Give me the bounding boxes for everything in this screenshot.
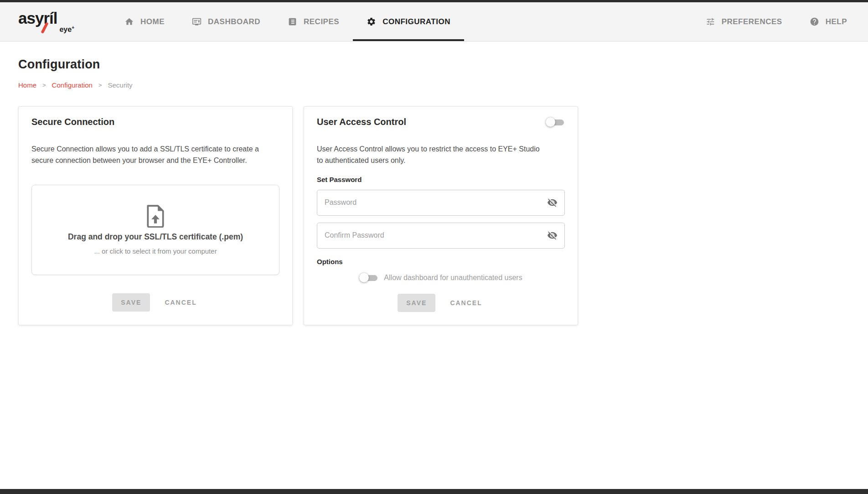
confirm-password-input[interactable] [317, 223, 565, 249]
secure-connection-save-button[interactable]: SAVE [112, 293, 150, 312]
dropzone-main-text: Drag and drop your SSL/TLS certificate (… [68, 232, 243, 242]
secure-connection-cancel-button[interactable]: CANCEL [163, 293, 198, 312]
confirm-password-field-wrap [317, 223, 565, 249]
set-password-label: Set Password [317, 176, 565, 183]
confirm-password-visibility-button[interactable] [545, 229, 559, 243]
app-header: asyríl eye+ HOME DASHBOARD RECIPES CONFI… [0, 2, 868, 42]
allow-dashboard-option-row: Allow dashboard for unauthenticated user… [317, 273, 565, 283]
options-label: Options [317, 258, 565, 265]
help-icon [810, 17, 819, 26]
recipes-icon [288, 17, 297, 26]
toggle-knob [359, 273, 369, 282]
bottom-bar [0, 489, 868, 494]
user-access-control-save-button[interactable]: SAVE [398, 294, 435, 312]
secure-connection-actions: SAVE CANCEL [31, 293, 279, 312]
preferences-label: PREFERENCES [722, 17, 782, 26]
tab-dashboard[interactable]: DASHBOARD [178, 2, 274, 41]
tab-dashboard-label: DASHBOARD [208, 17, 260, 26]
password-field-wrap [317, 190, 565, 216]
breadcrumb-configuration[interactable]: Configuration [52, 81, 93, 89]
tab-recipes[interactable]: RECIPES [274, 2, 353, 41]
secure-connection-description: Secure Connection allows you to add a SS… [31, 144, 278, 166]
tab-home-label: HOME [140, 17, 165, 26]
gear-icon [367, 17, 376, 26]
user-access-control-toggle[interactable] [546, 117, 565, 127]
breadcrumb-separator: > [98, 82, 102, 88]
preferences-icon [706, 17, 715, 26]
tab-configuration[interactable]: CONFIGURATION [353, 2, 464, 41]
dashboard-icon [192, 17, 202, 26]
help-label: HELP [826, 17, 847, 26]
asyril-logo: asyríl eye+ [18, 10, 75, 33]
breadcrumb: Home > Configuration > Security [18, 81, 850, 89]
eye-off-icon [547, 230, 558, 241]
breadcrumb-security: Security [108, 81, 132, 89]
password-input[interactable] [317, 190, 565, 216]
breadcrumb-separator: > [42, 82, 46, 88]
cards-row: Secure Connection Secure Connection allo… [18, 106, 850, 325]
tab-configuration-label: CONFIGURATION [382, 17, 450, 26]
home-icon [124, 17, 134, 26]
user-access-control-title: User Access Control [317, 117, 406, 127]
dropzone-sub-text: ... or click to select it from your comp… [94, 247, 217, 255]
header-right-navigation: PREFERENCES HELP [692, 2, 861, 41]
main-navigation: HOME DASHBOARD RECIPES CONFIGURATION [111, 2, 464, 41]
certificate-dropzone[interactable]: Drag and drop your SSL/TLS certificate (… [31, 185, 279, 275]
user-access-control-card: User Access Control User Access Control … [304, 106, 578, 325]
file-upload-icon [146, 205, 165, 228]
breadcrumb-home[interactable]: Home [18, 81, 36, 89]
user-access-control-description: User Access Control allows you to restri… [317, 144, 545, 166]
toggle-knob [546, 117, 555, 127]
password-visibility-button[interactable] [545, 196, 559, 210]
user-access-control-cancel-button[interactable]: CANCEL [448, 294, 484, 312]
configuration-page: Configuration Home > Configuration > Sec… [0, 57, 868, 325]
allow-dashboard-toggle-label: Allow dashboard for unauthenticated user… [384, 274, 522, 282]
help-button[interactable]: HELP [796, 2, 861, 41]
preferences-button[interactable]: PREFERENCES [692, 2, 796, 41]
user-access-control-actions: SAVE CANCEL [317, 294, 565, 312]
secure-connection-card: Secure Connection Secure Connection allo… [18, 106, 293, 325]
eye-plus-studio-window: asyríl eye+ HOME DASHBOARD RECIPES CONFI… [0, 0, 868, 494]
allow-dashboard-toggle[interactable] [359, 273, 378, 283]
page-title: Configuration [18, 57, 850, 72]
eye-off-icon [547, 198, 558, 208]
tab-home[interactable]: HOME [111, 2, 178, 41]
tab-recipes-label: RECIPES [304, 17, 339, 26]
secure-connection-title: Secure Connection [31, 117, 279, 127]
